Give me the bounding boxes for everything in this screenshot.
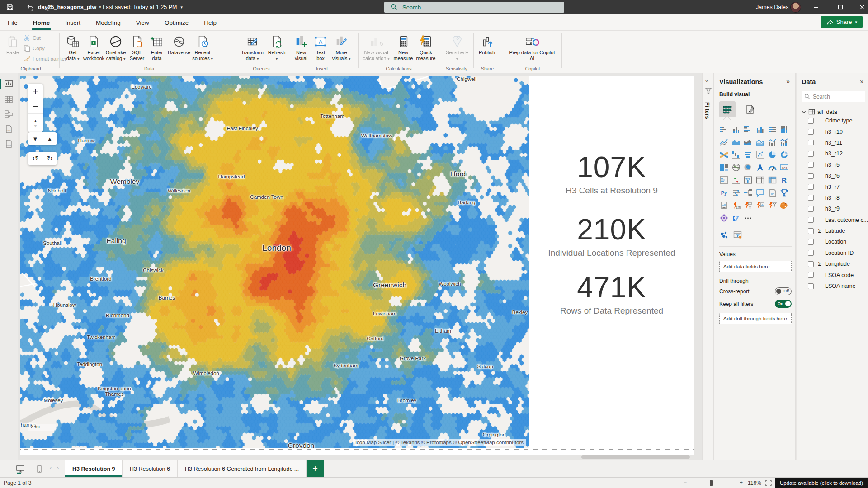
- field-lsoa-name[interactable]: LSOA name: [802, 281, 865, 291]
- pitch-down-button[interactable]: ▼: [28, 132, 42, 145]
- zoom-out-button[interactable]: −: [28, 99, 43, 113]
- ribbon-get-data-button[interactable]: Get data ▾: [63, 33, 82, 62]
- field-location[interactable]: Location: [802, 236, 865, 247]
- visual-azure-map-icon[interactable]: [755, 163, 765, 172]
- ribbon-dataverse-button[interactable]: Dataverse: [167, 33, 191, 56]
- page-tab-2[interactable]: H3 Resolution 6: [123, 460, 178, 477]
- ribbon-new-measure-button[interactable]: New measure: [392, 33, 414, 61]
- field-h3-r6[interactable]: h3_r6: [802, 170, 865, 181]
- hexagon-map-visual[interactable]: EdgwareChigwellTottenhamEast FinchleyWal…: [20, 76, 529, 448]
- field-checkbox[interactable]: [808, 195, 814, 201]
- ribbon-cut-button[interactable]: Cut: [24, 34, 41, 41]
- visual-ribbon-chart-icon[interactable]: [719, 150, 729, 160]
- visual-matrix-icon[interactable]: [768, 175, 777, 185]
- build-visual-tab[interactable]: [719, 101, 736, 117]
- visual-python-visual-icon[interactable]: Py: [719, 188, 729, 197]
- ribbon-onelake-catalog-button[interactable]: OneLake catalog ▾: [105, 33, 127, 62]
- ribbon-paste-button[interactable]: Paste: [4, 33, 22, 56]
- rotate-ccw-button[interactable]: ↺: [28, 152, 42, 165]
- visual-waterfall-chart-icon[interactable]: [731, 150, 741, 160]
- undo-icon[interactable]: [25, 2, 36, 12]
- field-longitude[interactable]: ΣLongitude: [802, 258, 865, 269]
- field-checkbox[interactable]: [808, 250, 814, 256]
- visual-q-and-a-icon[interactable]: [755, 188, 765, 197]
- tab-home[interactable]: Home: [25, 14, 58, 31]
- zoom-out-status-icon[interactable]: −: [684, 479, 687, 486]
- tab-view[interactable]: View: [128, 14, 157, 31]
- zoom-slider-knob[interactable]: [710, 480, 713, 486]
- visual-quick-create-filter-icon[interactable]: [768, 201, 777, 210]
- new-page-button[interactable]: +: [307, 460, 324, 477]
- dax-query-view-icon[interactable]: DAX: [4, 125, 14, 135]
- filters-pane-title[interactable]: Filters: [704, 102, 710, 119]
- ribbon-new-visual-calculation-button[interactable]: fxNew visual calculation ▾: [362, 33, 391, 62]
- ribbon-sensitivity-button[interactable]: Sensitivity ▾: [445, 33, 469, 62]
- update-available-notice[interactable]: Update available (click to download): [775, 478, 868, 488]
- visual-filled-map-icon[interactable]: [743, 163, 753, 172]
- visual-line-chart-icon[interactable]: [719, 137, 729, 147]
- add-data-fields-well[interactable]: Add data fields here: [719, 261, 792, 272]
- visual-icon-map-icon[interactable]: [719, 230, 729, 240]
- close-button[interactable]: [852, 0, 868, 14]
- chevron-down-icon[interactable]: [802, 110, 806, 114]
- visual-card-icon[interactable]: 123: [779, 163, 789, 172]
- visual-table-icon[interactable]: [755, 175, 765, 185]
- visual-gauge-icon[interactable]: [768, 163, 777, 172]
- maximize-button[interactable]: [830, 0, 851, 14]
- kpi-card-2[interactable]: 210KIndividual Locations Represented: [530, 215, 693, 258]
- field-h3-r11[interactable]: h3_r11: [802, 137, 865, 148]
- model-view-icon[interactable]: [4, 110, 14, 120]
- visual-100-stacked-column-chart-icon[interactable]: [779, 125, 789, 134]
- field-checkbox[interactable]: [808, 184, 814, 190]
- field-h3-r12[interactable]: h3_r12: [802, 148, 865, 159]
- ribbon-more-visuals-button[interactable]: More visuals ▾: [331, 33, 352, 62]
- collapse-visualizations-icon[interactable]: »: [786, 78, 790, 85]
- desktop-layout-icon[interactable]: [14, 463, 26, 475]
- ribbon-text-box-button[interactable]: AText box: [312, 33, 329, 61]
- ribbon-new-visual-button[interactable]: New visual: [292, 33, 311, 61]
- page-tab-3[interactable]: H3 Resolution 6 Generated from Longitude…: [178, 460, 307, 477]
- visual-stacked-bar-chart-icon[interactable]: [719, 125, 729, 134]
- field-checkbox[interactable]: [808, 217, 814, 223]
- zoom-in-status-icon[interactable]: +: [740, 479, 743, 486]
- expand-filters-icon[interactable]: «: [705, 77, 708, 84]
- ribbon-copy-button[interactable]: Copy: [24, 45, 45, 52]
- next-page-arrow[interactable]: ›: [57, 465, 59, 471]
- keep-all-filters-toggle[interactable]: On: [775, 300, 792, 308]
- visual-clustered-column-chart-icon[interactable]: [755, 125, 765, 134]
- field-h3-r9[interactable]: h3_r9: [802, 203, 865, 214]
- rotate-cw-button[interactable]: ↻: [42, 152, 57, 165]
- ribbon-transform-data-button[interactable]: Transform data ▾: [240, 33, 265, 62]
- visual-paginated-report-icon[interactable]: [719, 201, 729, 210]
- ribbon-recent-sources-button[interactable]: Recent sources ▾: [192, 33, 213, 62]
- visual-metrics-icon[interactable]: [779, 188, 789, 197]
- ribbon-quick-measure-button[interactable]: Quick measure: [415, 33, 437, 61]
- avatar[interactable]: [790, 2, 801, 13]
- zoom-spinner[interactable]: ▲▼: [28, 113, 43, 132]
- visual-quick-create-report-icon[interactable]: [755, 201, 765, 210]
- visual-stacked-area-chart-icon[interactable]: [743, 137, 753, 147]
- report-view-icon[interactable]: [4, 79, 14, 89]
- visual-treemap-icon[interactable]: [719, 163, 729, 172]
- ribbon-enter-data-button[interactable]: Enter data: [147, 33, 166, 61]
- field-last-outcome-c[interactable]: Last outcome c...: [802, 215, 865, 225]
- visual-100-stacked-bar-chart-icon[interactable]: [768, 125, 777, 134]
- field-h3-r8[interactable]: h3_r8: [802, 192, 865, 203]
- ribbon-sql-server-button[interactable]: SQL Server: [127, 33, 146, 61]
- cross-report-toggle[interactable]: Off: [775, 287, 792, 295]
- tab-optimize[interactable]: Optimize: [157, 14, 196, 31]
- field-latitude[interactable]: ΣLatitude: [802, 225, 865, 236]
- document-title[interactable]: day25_hexagons_ptw • Last saved: Today a…: [38, 0, 183, 14]
- field-lsoa-code[interactable]: LSOA code: [802, 269, 865, 280]
- ribbon-refresh-button[interactable]: Refresh ▾: [267, 33, 287, 62]
- visual-map-icon[interactable]: [731, 163, 741, 172]
- field-h3-r5[interactable]: h3_r5: [802, 160, 865, 170]
- field-location-id[interactable]: Location ID: [802, 248, 865, 258]
- field-checkbox[interactable]: [808, 206, 814, 212]
- field-checkbox[interactable]: [808, 228, 814, 234]
- report-page[interactable]: EdgwareChigwellTottenhamEast FinchleyWal…: [20, 76, 694, 455]
- format-visual-tab[interactable]: [743, 102, 757, 117]
- zoom-in-button[interactable]: +: [28, 84, 43, 99]
- mobile-layout-icon[interactable]: [33, 463, 45, 475]
- page-tab-1[interactable]: H3 Resolution 9: [65, 460, 123, 477]
